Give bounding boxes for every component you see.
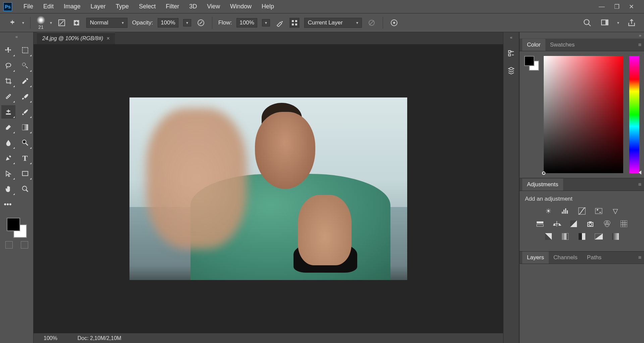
search-icon[interactable]: [582, 18, 592, 28]
history-panel-icon[interactable]: [505, 48, 517, 58]
close-icon[interactable]: ×: [107, 36, 110, 42]
tab-adjustments[interactable]: Adjustments: [522, 179, 563, 191]
brush-panel-icon[interactable]: [57, 18, 67, 28]
foreground-color-mini[interactable]: [524, 56, 534, 66]
channel-mixer-icon[interactable]: [602, 220, 612, 228]
path-select-tool[interactable]: [1, 167, 15, 180]
brightness-contrast-icon[interactable]: ☀: [543, 207, 553, 215]
hue-saturation-icon[interactable]: [535, 220, 545, 228]
saturation-cursor[interactable]: [542, 172, 545, 175]
crop-tool[interactable]: [1, 74, 15, 88]
eyedropper-tool[interactable]: [18, 74, 32, 88]
menu-image[interactable]: Image: [59, 1, 85, 12]
menu-window[interactable]: Window: [225, 1, 256, 12]
menu-type[interactable]: Type: [111, 1, 133, 12]
menu-layer[interactable]: Layer: [86, 1, 110, 12]
eraser-tool[interactable]: [1, 121, 15, 134]
marquee-tool[interactable]: [18, 44, 32, 57]
levels-icon[interactable]: [560, 207, 570, 215]
flow-input[interactable]: 100%: [236, 18, 257, 27]
threshold-icon[interactable]: [577, 232, 587, 241]
dodge-tool[interactable]: [18, 136, 32, 149]
curves-icon[interactable]: [577, 207, 587, 215]
invert-icon[interactable]: [543, 232, 553, 241]
menu-select[interactable]: Select: [134, 1, 160, 12]
opacity-input[interactable]: 100%: [158, 18, 178, 27]
brush-tool[interactable]: [18, 90, 32, 103]
hand-tool[interactable]: [1, 182, 15, 196]
foreground-background-swatch[interactable]: [7, 218, 27, 238]
edit-toolbar-button[interactable]: •••: [1, 198, 15, 211]
selective-color-icon[interactable]: [610, 232, 621, 241]
clone-stamp-tool[interactable]: [1, 105, 15, 119]
photo-filter-icon[interactable]: [585, 220, 595, 228]
lasso-tool[interactable]: [1, 59, 15, 72]
minimize-button[interactable]: —: [599, 3, 605, 10]
chevron-down-icon[interactable]: ▾: [22, 20, 24, 25]
panel-menu-icon[interactable]: ≡: [638, 182, 641, 188]
pressure-opacity-icon[interactable]: [196, 18, 206, 28]
healing-tool[interactable]: [1, 90, 15, 103]
doc-info[interactable]: Doc: 2,10M/2,10M: [77, 335, 121, 341]
move-tool[interactable]: [1, 44, 15, 57]
airbrush-icon[interactable]: [275, 18, 285, 28]
collapse-right-icon[interactable]: »: [520, 32, 644, 39]
type-tool[interactable]: T: [18, 151, 32, 165]
flow-step-button[interactable]: ▾: [262, 19, 270, 26]
color-lookup-icon[interactable]: [619, 220, 629, 228]
menu-filter[interactable]: Filter: [161, 1, 184, 12]
blur-tool[interactable]: [1, 136, 15, 149]
menu-view[interactable]: View: [202, 1, 225, 12]
zoom-tool[interactable]: [18, 182, 32, 196]
tab-color[interactable]: Color: [522, 39, 545, 51]
tab-layers[interactable]: Layers: [522, 252, 549, 264]
gradient-map-icon[interactable]: [594, 232, 604, 241]
chevron-down-icon[interactable]: ▾: [617, 20, 619, 25]
libraries-panel-icon[interactable]: [505, 66, 517, 76]
chevron-down-icon[interactable]: ▾: [50, 20, 52, 25]
canvas-viewport[interactable]: [34, 44, 503, 333]
menu-edit[interactable]: Edit: [39, 1, 58, 12]
ignore-adjustments-icon[interactable]: [367, 18, 377, 28]
close-button[interactable]: ✕: [629, 3, 634, 10]
collapse-left-icon[interactable]: «: [15, 34, 18, 40]
tool-preset-icon[interactable]: [7, 18, 17, 28]
panel-menu-icon[interactable]: ≡: [638, 255, 641, 261]
clone-source-icon[interactable]: [71, 18, 82, 28]
tab-channels[interactable]: Channels: [549, 252, 582, 264]
share-icon[interactable]: [627, 18, 637, 28]
tab-paths[interactable]: Paths: [582, 252, 606, 264]
panel-menu-icon[interactable]: ≡: [638, 42, 641, 48]
hue-cursor[interactable]: [639, 170, 641, 175]
rectangle-tool[interactable]: [18, 167, 32, 180]
hue-slider[interactable]: [629, 56, 639, 173]
pressure-size-icon[interactable]: [389, 18, 399, 28]
foreground-color[interactable]: [7, 218, 20, 231]
blend-mode-select[interactable]: Normal ▾: [86, 18, 127, 28]
vibrance-icon[interactable]: ▽: [610, 207, 621, 215]
gradient-tool[interactable]: [18, 121, 32, 134]
color-swatch-mini[interactable]: [524, 56, 539, 71]
sample-mode-select[interactable]: Current Layer ▾: [304, 18, 362, 28]
posterize-icon[interactable]: [560, 232, 570, 241]
history-brush-tool[interactable]: [18, 105, 32, 119]
screen-mode-toggle[interactable]: [21, 241, 28, 249]
quick-mask-toggle[interactable]: [5, 241, 13, 249]
saturation-box[interactable]: [544, 56, 623, 173]
menu-3d[interactable]: 3D: [184, 1, 202, 12]
aligned-toggle[interactable]: [289, 18, 300, 28]
black-white-icon[interactable]: [569, 220, 579, 228]
opacity-step-button[interactable]: ▾: [183, 19, 191, 26]
workspace-icon[interactable]: [600, 18, 610, 28]
maximize-button[interactable]: ❐: [614, 3, 620, 10]
exposure-icon[interactable]: [594, 207, 604, 215]
quick-select-tool[interactable]: [18, 59, 32, 72]
menu-help[interactable]: Help: [257, 1, 279, 12]
tab-swatches[interactable]: Swatches: [545, 39, 580, 51]
menu-file[interactable]: File: [19, 1, 38, 12]
color-balance-icon[interactable]: [552, 220, 562, 228]
collapse-right-icon[interactable]: «: [510, 35, 512, 41]
pen-tool[interactable]: [1, 151, 15, 165]
document-tab[interactable]: 24.jpg @ 100% (RGB/8#) ×: [37, 32, 115, 44]
zoom-level[interactable]: 100%: [44, 335, 57, 341]
